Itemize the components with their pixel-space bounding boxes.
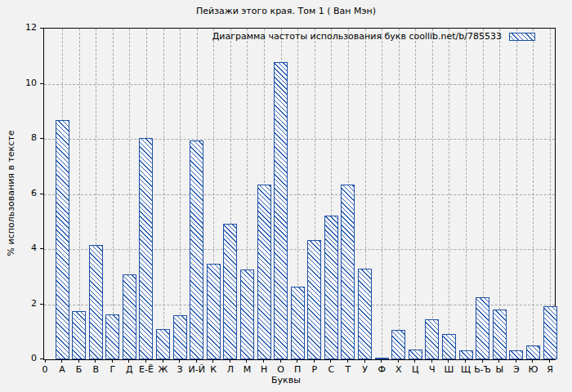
bar-Е-Ё — [139, 138, 153, 359]
x-tick-mark — [145, 359, 146, 363]
bar-З — [173, 315, 187, 359]
gridline-vertical — [113, 29, 114, 359]
legend-swatch-icon — [509, 33, 535, 41]
gridline-horizontal — [44, 139, 555, 140]
x-tick-mark — [230, 359, 230, 363]
x-tick-mark — [95, 359, 96, 363]
bar-Э — [509, 350, 523, 359]
x-tick-mark — [532, 359, 533, 363]
x-tick-mark — [163, 359, 163, 363]
x-tick-mark — [61, 359, 62, 363]
x-tick-mark — [516, 359, 516, 363]
bar-Щ — [459, 350, 473, 359]
gridline-vertical — [466, 29, 467, 359]
x-tick-label: Я — [538, 365, 562, 375]
bar-К — [207, 264, 221, 359]
x-tick-mark — [297, 359, 297, 363]
plot-area: Диаграмма частоты использования букв coo… — [43, 28, 556, 360]
x-tick-mark — [381, 359, 382, 363]
x-tick-mark — [45, 359, 46, 363]
x-tick-mark — [196, 359, 197, 363]
bar-Ч — [425, 319, 439, 359]
gridline-horizontal — [44, 84, 555, 85]
bar-Д — [123, 274, 136, 359]
y-tick-mark — [40, 28, 43, 29]
bar-Ф — [375, 358, 389, 359]
x-tick-mark — [347, 359, 348, 363]
gridline-vertical — [163, 29, 164, 359]
bar-И-Й — [190, 140, 203, 359]
x-tick-mark — [179, 359, 180, 363]
x-tick-mark — [364, 359, 365, 363]
x-tick-mark — [498, 359, 499, 363]
bar-Ж — [156, 329, 170, 359]
bar-Т — [341, 185, 355, 359]
bar-О — [274, 62, 288, 359]
gridline-vertical — [533, 29, 534, 359]
x-axis-label: Буквы — [0, 375, 572, 385]
x-tick-mark — [78, 359, 79, 363]
bar-Ы — [493, 310, 507, 359]
chart-title: Пейзажи этого края. Том 1 ( Ван Мэн) — [0, 6, 572, 16]
bar-Ю — [526, 345, 540, 359]
y-tick-label: 8 — [4, 133, 37, 143]
x-tick-mark — [465, 359, 466, 363]
y-tick-mark — [40, 304, 43, 305]
bar-Х — [391, 330, 405, 359]
x-tick-mark — [431, 359, 432, 363]
y-tick-mark — [40, 359, 43, 359]
bar-Б — [72, 311, 86, 359]
gridline-vertical — [516, 29, 517, 359]
x-tick-mark — [314, 359, 315, 363]
y-tick-label: 0 — [4, 354, 37, 363]
y-tick-label: 2 — [4, 299, 37, 309]
bar-Ц — [409, 350, 422, 359]
chart-screen: Пейзажи этого края. Том 1 ( Ван Мэн) Диа… — [0, 0, 572, 392]
bar-Я — [543, 306, 557, 359]
gridline-vertical — [449, 29, 449, 359]
x-tick-mark — [448, 359, 449, 363]
gridline-vertical — [415, 29, 416, 359]
y-tick-label: 12 — [4, 23, 37, 33]
bar-А — [56, 120, 69, 359]
gridline-vertical — [382, 29, 382, 359]
legend-label: Диаграмма частоты использования букв coo… — [212, 31, 502, 42]
y-tick-mark — [40, 248, 43, 249]
bar-П — [291, 287, 305, 359]
x-tick-mark — [263, 359, 264, 363]
x-tick-mark — [482, 359, 483, 363]
bar-М — [240, 270, 254, 359]
y-tick-label: 6 — [4, 189, 37, 198]
bar-С — [324, 216, 338, 359]
bar-У — [358, 269, 372, 359]
x-tick-mark — [246, 359, 247, 363]
bar-Ь-Ъ — [476, 297, 489, 359]
y-tick-label: 4 — [4, 243, 37, 253]
gridline-vertical — [180, 29, 181, 359]
bar-Р — [307, 240, 321, 359]
x-tick-mark — [414, 359, 415, 363]
y-tick-mark — [40, 194, 43, 194]
x-tick-mark — [398, 359, 399, 363]
gridline-horizontal — [44, 249, 555, 250]
bar-Ш — [442, 334, 456, 359]
x-tick-mark — [549, 359, 550, 363]
gridline-vertical — [79, 29, 80, 359]
y-tick-label: 10 — [4, 78, 37, 88]
x-tick-mark — [112, 359, 113, 363]
bar-В — [89, 245, 103, 359]
gridline-horizontal — [44, 194, 555, 195]
bar-Г — [105, 314, 119, 359]
y-tick-mark — [40, 138, 43, 139]
gridline-vertical — [399, 29, 400, 359]
x-tick-mark — [280, 359, 281, 363]
legend: Диаграмма частоты использования букв coo… — [212, 31, 535, 42]
y-tick-mark — [40, 83, 43, 84]
gridline-vertical — [432, 29, 433, 359]
bar-Н — [257, 185, 271, 359]
x-tick-mark — [128, 359, 129, 363]
x-tick-mark — [212, 359, 213, 363]
x-tick-mark — [330, 359, 331, 363]
bar-Л — [223, 224, 237, 359]
